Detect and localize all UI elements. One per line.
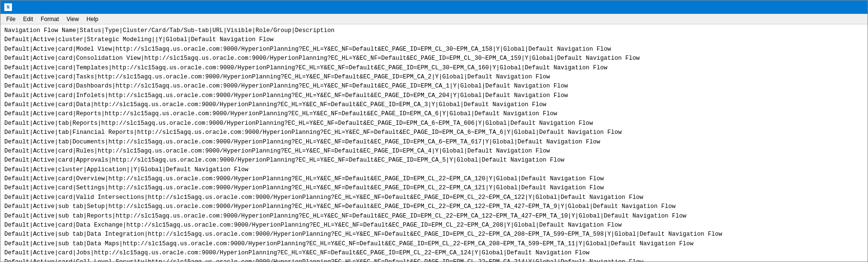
notepad-icon: N: [4, 3, 12, 11]
menu-edit[interactable]: Edit: [19, 15, 37, 23]
text-content: Navigation Flow Name|Status|Type|Cluster…: [4, 26, 864, 262]
close-button[interactable]: [843, 0, 864, 14]
window-controls: [801, 0, 864, 14]
text-editor-area[interactable]: Navigation Flow Name|Status|Type|Cluster…: [0, 24, 868, 262]
notepad-window: N File Edit Format View Help Navigation …: [0, 0, 868, 262]
title-bar: N: [0, 0, 868, 14]
menu-help[interactable]: Help: [83, 15, 102, 23]
maximize-button[interactable]: [822, 0, 843, 14]
menu-view[interactable]: View: [63, 15, 83, 23]
menu-bar: File Edit Format View Help: [0, 14, 868, 24]
title-bar-left: N: [4, 3, 15, 11]
menu-format[interactable]: Format: [37, 15, 63, 23]
menu-file[interactable]: File: [2, 15, 19, 23]
minimize-button[interactable]: [801, 0, 822, 14]
